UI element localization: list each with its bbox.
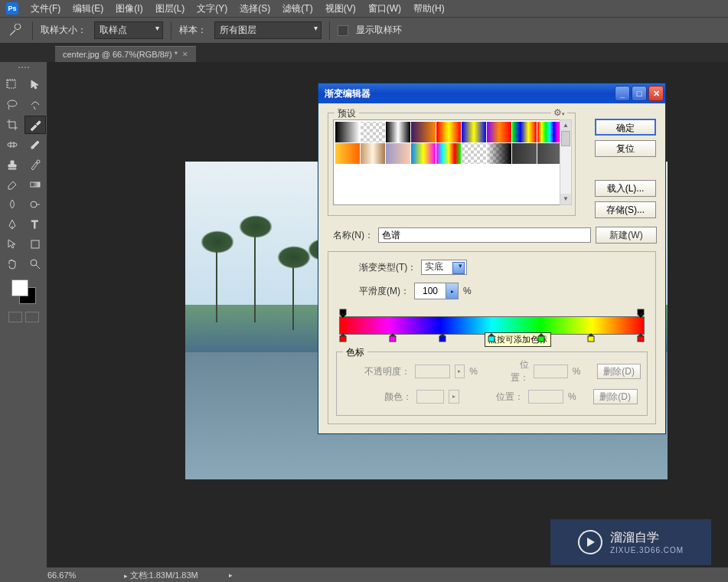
history-brush-tool[interactable] bbox=[24, 155, 46, 174]
opacity-stop-right[interactable] bbox=[637, 309, 645, 318]
move-arrow-tool[interactable] bbox=[24, 76, 46, 94]
menu-filter[interactable]: 滤镜(T) bbox=[282, 2, 312, 15]
delete-color-stop-button[interactable]: 删除(D) bbox=[593, 389, 638, 404]
preset-swatch[interactable] bbox=[537, 122, 562, 142]
type-tool[interactable]: T bbox=[24, 215, 46, 234]
menu-edit[interactable]: 编辑(E) bbox=[73, 2, 103, 15]
menu-window[interactable]: 窗口(W) bbox=[368, 2, 401, 15]
save-button[interactable]: 存储(S)... bbox=[595, 201, 656, 218]
preset-swatch[interactable] bbox=[487, 122, 511, 142]
healing-tool[interactable] bbox=[2, 136, 23, 154]
opacity-position-input[interactable] bbox=[534, 365, 568, 378]
screen-mode[interactable] bbox=[0, 309, 47, 325]
gradient-tool[interactable] bbox=[24, 175, 46, 194]
color-position-input[interactable] bbox=[528, 390, 563, 404]
crop-tool[interactable] bbox=[2, 116, 23, 134]
color-picker-arrow[interactable]: ▸ bbox=[449, 390, 459, 404]
quick-select-tool[interactable] bbox=[24, 96, 46, 114]
scroll-thumb[interactable] bbox=[561, 131, 570, 146]
name-input[interactable] bbox=[378, 227, 591, 243]
stamp-tool[interactable] bbox=[2, 155, 23, 174]
preset-swatch[interactable] bbox=[386, 122, 410, 142]
preset-swatch[interactable] bbox=[411, 122, 436, 142]
load-button[interactable]: 载入(L)... bbox=[595, 180, 656, 197]
color-stop[interactable] bbox=[439, 333, 446, 342]
scroll-up-icon[interactable]: ▲ bbox=[560, 120, 571, 131]
document-info[interactable]: 文档:1.83M/1.83M bbox=[124, 570, 198, 581]
color-swatches[interactable] bbox=[0, 275, 47, 309]
menu-view[interactable]: 视图(V) bbox=[325, 2, 356, 15]
shape-tool[interactable] bbox=[24, 235, 46, 253]
menu-file[interactable]: 文件(F) bbox=[31, 2, 60, 15]
quickmask-icon[interactable] bbox=[8, 312, 22, 322]
svg-text:T: T bbox=[31, 218, 38, 231]
eraser-tool[interactable] bbox=[2, 175, 23, 194]
status-arrow-icon[interactable]: ▸ bbox=[229, 571, 233, 579]
menu-help[interactable]: 帮助(H) bbox=[413, 2, 445, 15]
eyedropper-tool[interactable] bbox=[24, 116, 46, 134]
hand-tool[interactable] bbox=[2, 255, 23, 273]
preset-swatch[interactable] bbox=[386, 143, 410, 164]
presets-menu-icon[interactable]: ⚙︎▾ bbox=[551, 107, 567, 118]
move-tool[interactable] bbox=[2, 76, 23, 94]
screenmode-icon[interactable] bbox=[25, 312, 39, 322]
preset-swatch[interactable] bbox=[462, 122, 486, 142]
preset-swatch[interactable] bbox=[436, 122, 461, 142]
menu-image[interactable]: 图像(I) bbox=[116, 2, 142, 15]
reset-button[interactable]: 复位 bbox=[595, 140, 656, 157]
color-swatch-input[interactable] bbox=[416, 390, 444, 404]
menu-type[interactable]: 文字(Y) bbox=[197, 2, 227, 15]
preset-swatch[interactable] bbox=[537, 143, 562, 164]
zoom-level[interactable]: 66.67% bbox=[47, 571, 93, 580]
opacity-stepper[interactable]: ▸ bbox=[455, 365, 465, 378]
close-button[interactable]: ✕ bbox=[648, 86, 664, 101]
maximize-button[interactable]: □ bbox=[632, 86, 647, 101]
document-tab[interactable]: center.jpg @ 66.7%(RGB/8#) * ✕ bbox=[55, 46, 196, 62]
preset-swatch[interactable] bbox=[335, 143, 360, 164]
opacity-input[interactable] bbox=[415, 365, 449, 378]
preset-swatch[interactable] bbox=[361, 143, 385, 164]
color-stop[interactable] bbox=[389, 333, 397, 342]
zoom-tool[interactable] bbox=[24, 255, 46, 273]
smoothness-stepper[interactable]: ▸ bbox=[446, 283, 458, 299]
preset-scrollbar[interactable]: ▲ ▼ bbox=[560, 119, 572, 205]
svg-marker-11 bbox=[638, 315, 644, 318]
menu-select[interactable]: 选择(S) bbox=[240, 2, 270, 15]
brush-tool[interactable] bbox=[24, 136, 46, 154]
current-tool-icon[interactable] bbox=[6, 21, 24, 40]
color-stop[interactable] bbox=[488, 333, 495, 342]
foreground-color-swatch[interactable] bbox=[11, 280, 28, 296]
preset-swatch[interactable] bbox=[411, 143, 436, 164]
blur-tool[interactable] bbox=[2, 195, 23, 214]
color-stop[interactable] bbox=[537, 333, 545, 342]
preset-swatch[interactable] bbox=[335, 122, 360, 142]
preset-swatch[interactable] bbox=[361, 122, 385, 142]
preset-swatch[interactable] bbox=[436, 143, 461, 164]
color-stop[interactable] bbox=[339, 333, 347, 342]
lasso-tool[interactable] bbox=[2, 96, 23, 114]
show-ring-checkbox[interactable] bbox=[338, 25, 348, 36]
tab-close-icon[interactable]: ✕ bbox=[182, 51, 188, 58]
opacity-stop-left[interactable] bbox=[339, 309, 347, 318]
gradient-bar[interactable]: 点按可添加色标 bbox=[336, 307, 648, 344]
preset-swatch[interactable] bbox=[512, 143, 537, 164]
sample-dropdown[interactable]: 所有图层 bbox=[214, 21, 322, 39]
delete-opacity-stop-button[interactable]: 删除(D) bbox=[597, 364, 641, 379]
new-button[interactable]: 新建(W) bbox=[596, 227, 657, 244]
scroll-down-icon[interactable]: ▼ bbox=[560, 194, 571, 204]
menu-layer[interactable]: 图层(L) bbox=[155, 2, 185, 15]
color-stop[interactable] bbox=[637, 333, 645, 342]
preset-swatch[interactable] bbox=[462, 143, 486, 164]
sample-size-dropdown[interactable]: 取样点 bbox=[94, 21, 163, 39]
dialog-titlebar[interactable]: 渐变编辑器 _ □ ✕ bbox=[318, 83, 665, 103]
preset-swatch[interactable] bbox=[487, 143, 511, 164]
path-select-tool[interactable] bbox=[2, 235, 23, 253]
smoothness-input[interactable] bbox=[415, 283, 446, 299]
gradient-type-select[interactable]: 实底 bbox=[421, 260, 467, 275]
minimize-button[interactable]: _ bbox=[615, 86, 630, 101]
color-stop[interactable] bbox=[587, 333, 595, 342]
dodge-tool[interactable] bbox=[24, 195, 46, 214]
preset-swatch[interactable] bbox=[512, 122, 537, 142]
ok-button[interactable]: 确定 bbox=[595, 119, 656, 136]
pen-tool[interactable] bbox=[2, 215, 23, 234]
